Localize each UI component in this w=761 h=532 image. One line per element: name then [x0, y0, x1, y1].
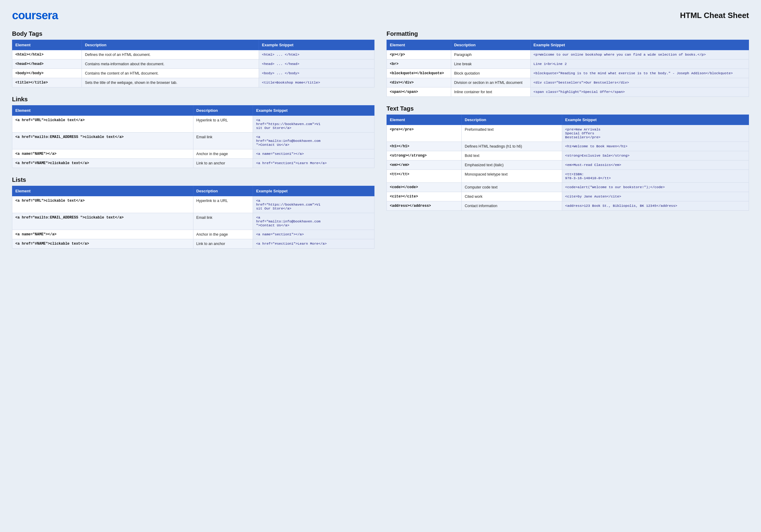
description-cell: Email link: [193, 213, 253, 230]
snippet-cell: <div class="bestsellers">Our Bestsellers…: [530, 78, 749, 87]
body-tags-title: Body Tags: [12, 30, 375, 37]
description-cell: Computer code text: [462, 183, 562, 192]
table-row: <em></em>Emphasized text (italic)<em>Mus…: [387, 161, 749, 170]
element-cell: <a href="#NAME">clickable text</a>: [12, 159, 194, 168]
element-cell: <h1></h1>: [387, 142, 462, 151]
formatting-table: Element Description Example Snippet <p><…: [386, 40, 749, 97]
snippet-cell: <code>alert("Welcome to our bookstore!")…: [562, 183, 749, 192]
lists-col-snippet: Example Snippet: [253, 186, 375, 196]
snippet-cell: <a name="section1"></a>: [253, 230, 375, 239]
table-row: <strong></strong>Bold text<strong>Exclus…: [387, 151, 749, 161]
description-cell: Contact information: [462, 201, 562, 211]
text-tags-col-snippet: Example Snippet: [562, 115, 749, 125]
element-cell: <strong></strong>: [387, 151, 462, 161]
text-tags-section: Text Tags Element Description Example Sn…: [386, 105, 749, 211]
snippet-cell: <html> ... </html>: [259, 50, 374, 60]
description-cell: Contains meta-information about the docu…: [82, 60, 259, 69]
element-cell: <br>: [387, 60, 451, 69]
description-cell: Division or section in an HTML document: [451, 78, 530, 87]
snippet-cell: <strong>Exclusive Sale</strong>: [562, 151, 749, 161]
table-row: <br>Line breakLine 1<br>Line 2: [387, 60, 749, 69]
description-cell: Anchor in the page: [193, 230, 253, 239]
description-cell: Anchor in the page: [193, 149, 253, 159]
snippet-cell: <a href="mailto:info@bookhaven.com ">Con…: [253, 133, 375, 149]
description-cell: Emphasized text (italic): [462, 161, 562, 170]
table-row: <p></p>Paragraph<p>Welcome to our online…: [387, 50, 749, 60]
table-row: <a href="mailto:EMAIL_ADDRESS ">clickabl…: [12, 213, 375, 230]
snippet-cell: <a name="section1"></a>: [253, 149, 375, 159]
lists-section: Lists Element Description Example Snippe…: [12, 177, 375, 248]
table-row: <blockquote></blockquote>Block quotation…: [387, 69, 749, 78]
table-row: <div></div>Division or section in an HTM…: [387, 78, 749, 87]
right-column: Formatting Element Description Example S…: [386, 30, 749, 257]
description-cell: Hyperlink to a URL: [193, 196, 253, 213]
element-cell: <pre></pre>: [387, 125, 462, 142]
links-col-description: Description: [193, 105, 253, 116]
formatting-col-description: Description: [451, 40, 530, 50]
description-cell: Paragraph: [451, 50, 530, 60]
description-cell: Line break: [451, 60, 530, 69]
element-cell: <html></html>: [12, 50, 82, 60]
lists-title: Lists: [12, 177, 375, 183]
element-cell: <div></div>: [387, 78, 451, 87]
element-cell: <a name="NAME"></a>: [12, 230, 194, 239]
snippet-cell: <a href="#section1">Learn More</a>: [253, 159, 375, 168]
description-cell: Bold text: [462, 151, 562, 161]
element-cell: <a href="mailto:EMAIL_ADDRESS ">clickabl…: [12, 213, 194, 230]
element-cell: <cite></cite>: [387, 192, 462, 201]
snippet-cell: <p>Welcome to our online bookshop where …: [530, 50, 749, 60]
lists-col-description: Description: [193, 186, 253, 196]
element-cell: <address></address>: [387, 201, 462, 211]
snippet-cell: <address>123 Book St., Bibliopolis, BK 1…: [562, 201, 749, 211]
body-tags-col-element: Element: [12, 40, 82, 50]
coursera-logo: coursera: [12, 9, 58, 22]
snippet-cell: <a href="https://bookhaven.com">Vi sit O…: [253, 116, 375, 133]
table-row: <cite></cite>Cited work<cite>by Jane Aus…: [387, 192, 749, 201]
table-row: <a name="NAME"></a>Anchor in the page<a …: [12, 149, 375, 159]
formatting-col-snippet: Example Snippet: [530, 40, 749, 50]
description-cell: Sets the title of the webpage, shown in …: [82, 78, 259, 87]
description-cell: Email link: [193, 133, 253, 149]
element-cell: <code></code>: [387, 183, 462, 192]
snippet-cell: <body> ... </body>: [259, 69, 374, 78]
description-cell: Link to an anchor: [193, 159, 253, 168]
left-column: Body Tags Element Description Example Sn…: [12, 30, 375, 257]
table-row: <a href="#NAME">clickable text</a>Link t…: [12, 159, 375, 168]
description-cell: Hyperlink to a URL: [193, 116, 253, 133]
snippet-cell: <pre>New Arrivals Special Offers Bestsel…: [562, 125, 749, 142]
snippet-cell: <cite>by Jane Austen</cite>: [562, 192, 749, 201]
description-cell: Link to an anchor: [193, 239, 253, 248]
description-cell: Defines the root of an HTML document.: [82, 50, 259, 60]
table-row: <pre></pre>Preformatted text<pre>New Arr…: [387, 125, 749, 142]
description-cell: Block quotation: [451, 69, 530, 78]
snippet-cell: <title>Bookshop Home</title>: [259, 78, 374, 87]
element-cell: <head></head>: [12, 60, 82, 69]
links-table: Element Description Example Snippet <a h…: [12, 105, 375, 168]
text-tags-col-description: Description: [462, 115, 562, 125]
formatting-section: Formatting Element Description Example S…: [386, 30, 749, 97]
text-tags-col-element: Element: [387, 115, 462, 125]
snippet-cell: <a href="#section1">Learn More</a>: [253, 239, 375, 248]
element-cell: <tt></tt>: [387, 170, 462, 183]
description-cell: Cited work: [462, 192, 562, 201]
snippet-cell: <head> ... </head>: [259, 60, 374, 69]
page-title: HTML Cheat Sheet: [680, 11, 749, 20]
text-tags-table: Element Description Example Snippet <pre…: [386, 115, 749, 211]
table-row: <a name="NAME"></a>Anchor in the page<a …: [12, 230, 375, 239]
text-tags-title: Text Tags: [386, 105, 749, 112]
lists-col-element: Element: [12, 186, 194, 196]
table-row: <a href="URL">clickable text</a>Hyperlin…: [12, 116, 375, 133]
description-cell: Monospaced teletype text: [462, 170, 562, 183]
table-row: <head></head>Contains meta-information a…: [12, 60, 375, 69]
snippet-cell: <em>Must-read Classics</em>: [562, 161, 749, 170]
snippet-cell: <a href="mailto:info@bookhaven.com ">Con…: [253, 213, 375, 230]
table-row: <tt></tt>Monospaced teletype text<tt>ISB…: [387, 170, 749, 183]
table-row: <html></html>Defines the root of an HTML…: [12, 50, 375, 60]
links-col-snippet: Example Snippet: [253, 105, 375, 116]
snippet-cell: <blockquote>"Reading is to the mind what…: [530, 69, 749, 78]
element-cell: <span></span>: [387, 87, 451, 97]
element-cell: <p></p>: [387, 50, 451, 60]
element-cell: <a href="URL">clickable text</a>: [12, 116, 194, 133]
snippet-cell: <tt>ISBN: 978-3-16-148410-0</tt>: [562, 170, 749, 183]
element-cell: <blockquote></blockquote>: [387, 69, 451, 78]
